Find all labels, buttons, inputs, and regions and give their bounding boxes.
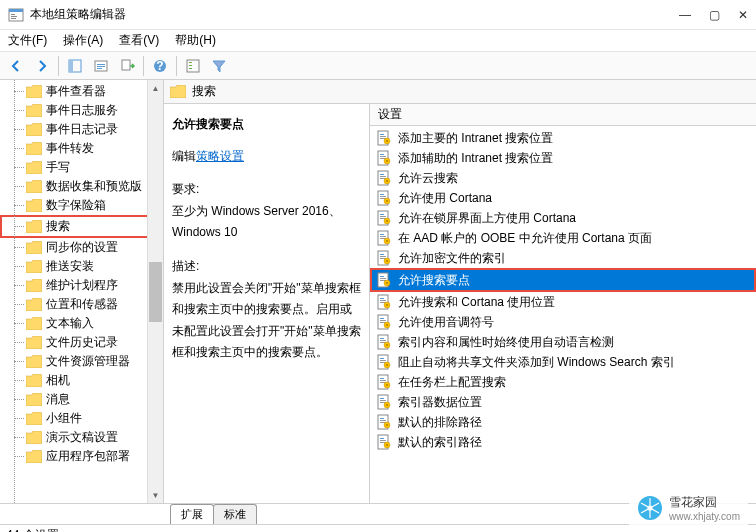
tree-scrollbar[interactable]: ▲ ▼ — [147, 80, 163, 503]
svg-rect-20 — [380, 136, 386, 137]
req-label: 要求: — [172, 179, 361, 201]
list-item-label: 允许使用 Cortana — [398, 190, 492, 207]
menubar: 文件(F) 操作(A) 查看(V) 帮助(H) — [0, 30, 756, 52]
forward-button[interactable] — [30, 54, 54, 78]
tree-item[interactable]: 相机 — [0, 371, 163, 390]
list-item[interactable]: 默认的索引路径 — [370, 432, 756, 452]
list-item[interactable]: 允许云搜索 — [370, 168, 756, 188]
tree-item[interactable]: 事件转发 — [0, 139, 163, 158]
svg-rect-101 — [387, 404, 388, 406]
svg-rect-25 — [380, 154, 384, 155]
svg-rect-43 — [380, 214, 384, 215]
filter-button[interactable] — [207, 54, 231, 78]
tree-item[interactable]: 消息 — [0, 390, 163, 409]
tree-item-label: 同步你的设置 — [46, 239, 118, 256]
tree-panel: 事件查看器事件日志服务事件日志记录事件转发手写数据收集和预览版数字保险箱搜索同步… — [0, 80, 164, 503]
menu-view[interactable]: 查看(V) — [119, 32, 159, 49]
svg-rect-1 — [9, 9, 23, 12]
all-settings-button[interactable] — [181, 54, 205, 78]
list-item[interactable]: 允许使用音调符号 — [370, 312, 756, 332]
list-item[interactable]: 在 AAD 帐户的 OOBE 中允许使用 Cortana 页面 — [370, 228, 756, 248]
tree-item[interactable]: 数据收集和预览版 — [0, 177, 163, 196]
scroll-thumb[interactable] — [149, 262, 162, 322]
list-item[interactable]: 允许搜索和 Cortana 使用位置 — [370, 292, 756, 312]
tree-item[interactable]: 演示文稿设置 — [0, 428, 163, 447]
tree-item[interactable]: 文件资源管理器 — [0, 352, 163, 371]
list-item[interactable]: 索引器数据位置 — [370, 392, 756, 412]
svg-rect-71 — [387, 304, 388, 306]
snowflake-icon — [637, 495, 663, 521]
show-hide-tree-button[interactable] — [63, 54, 87, 78]
svg-rect-65 — [387, 282, 388, 284]
svg-rect-103 — [380, 418, 384, 419]
svg-rect-19 — [380, 134, 384, 135]
svg-rect-89 — [387, 364, 388, 366]
tab-standard[interactable]: 标准 — [213, 504, 257, 524]
tree-item-label: 数字保险箱 — [46, 197, 106, 214]
list-item-label: 索引内容和属性时始终使用自动语言检测 — [398, 334, 614, 351]
svg-rect-97 — [380, 398, 384, 399]
list-item[interactable]: 允许搜索要点 — [370, 268, 756, 292]
tree-item-label: 应用程序包部署 — [46, 448, 130, 465]
svg-rect-23 — [387, 140, 388, 142]
menu-help[interactable]: 帮助(H) — [175, 32, 216, 49]
svg-rect-55 — [380, 254, 384, 255]
svg-rect-86 — [380, 360, 386, 361]
list-item[interactable]: 允许加密文件的索引 — [370, 248, 756, 268]
scroll-up-icon[interactable]: ▲ — [148, 80, 163, 96]
tree-item[interactable]: 手写 — [0, 158, 163, 177]
desc-text: 禁用此设置会关闭"开始"菜单搜索框和搜索主页中的搜索要点。启用或未配置此设置会打… — [172, 278, 361, 364]
list-item[interactable]: 允许使用 Cortana — [370, 188, 756, 208]
help-button[interactable]: ? — [148, 54, 172, 78]
tree-item[interactable]: 文件历史记录 — [0, 333, 163, 352]
list-item-label: 添加辅助的 Intranet 搜索位置 — [398, 150, 553, 167]
export-button[interactable] — [115, 54, 139, 78]
list-item[interactable]: 添加主要的 Intranet 搜索位置 — [370, 128, 756, 148]
list-item-label: 允许搜索和 Cortana 使用位置 — [398, 294, 555, 311]
list-item[interactable]: 允许在锁屏界面上方使用 Cortana — [370, 208, 756, 228]
list-item[interactable]: 在任务栏上配置搜索 — [370, 372, 756, 392]
svg-rect-77 — [387, 324, 388, 326]
tree-item[interactable]: 搜索 — [0, 215, 163, 238]
tree-item-label: 小组件 — [46, 410, 82, 427]
svg-rect-62 — [380, 278, 386, 279]
tree-item-label: 事件日志记录 — [46, 121, 118, 138]
svg-rect-4 — [11, 18, 16, 19]
tree-item[interactable]: 维护计划程序 — [0, 276, 163, 295]
tree-item[interactable]: 事件查看器 — [0, 82, 163, 101]
tree-item[interactable]: 文本输入 — [0, 314, 163, 333]
tree-item[interactable]: 事件日志记录 — [0, 120, 163, 139]
tree-item[interactable]: 应用程序包部署 — [0, 447, 163, 466]
svg-rect-59 — [387, 260, 388, 262]
tree-item-label: 事件查看器 — [46, 83, 106, 100]
back-button[interactable] — [4, 54, 28, 78]
tree-item[interactable]: 数字保险箱 — [0, 196, 163, 215]
list-item[interactable]: 阻止自动将共享文件夹添加到 Windows Search 索引 — [370, 352, 756, 372]
list-item[interactable]: 默认的排除路径 — [370, 412, 756, 432]
tree-item[interactable]: 位置和传感器 — [0, 295, 163, 314]
svg-rect-47 — [387, 220, 388, 222]
tree-item[interactable]: 小组件 — [0, 409, 163, 428]
scroll-down-icon[interactable]: ▼ — [148, 487, 163, 503]
list-header[interactable]: 设置 — [370, 104, 756, 126]
tree-item-label: 演示文稿设置 — [46, 429, 118, 446]
svg-rect-6 — [69, 60, 73, 72]
properties-button[interactable] — [89, 54, 113, 78]
settings-list: 设置 添加主要的 Intranet 搜索位置添加辅助的 Intranet 搜索位… — [370, 104, 756, 503]
list-item[interactable]: 索引内容和属性时始终使用自动语言检测 — [370, 332, 756, 352]
svg-rect-29 — [387, 160, 388, 162]
menu-file[interactable]: 文件(F) — [8, 32, 47, 49]
list-item[interactable]: 添加辅助的 Intranet 搜索位置 — [370, 148, 756, 168]
menu-action[interactable]: 操作(A) — [63, 32, 103, 49]
minimize-button[interactable]: — — [679, 8, 691, 22]
maximize-button[interactable]: ▢ — [709, 8, 720, 22]
tab-extended[interactable]: 扩展 — [170, 504, 214, 524]
tree-item[interactable]: 事件日志服务 — [0, 101, 163, 120]
svg-rect-49 — [380, 234, 384, 235]
tree-item[interactable]: 同步你的设置 — [0, 238, 163, 257]
svg-rect-92 — [380, 380, 386, 381]
edit-policy-link[interactable]: 策略设置 — [196, 149, 244, 163]
tree-item[interactable]: 推送安装 — [0, 257, 163, 276]
close-button[interactable]: ✕ — [738, 8, 748, 22]
tree-item-label: 手写 — [46, 159, 70, 176]
